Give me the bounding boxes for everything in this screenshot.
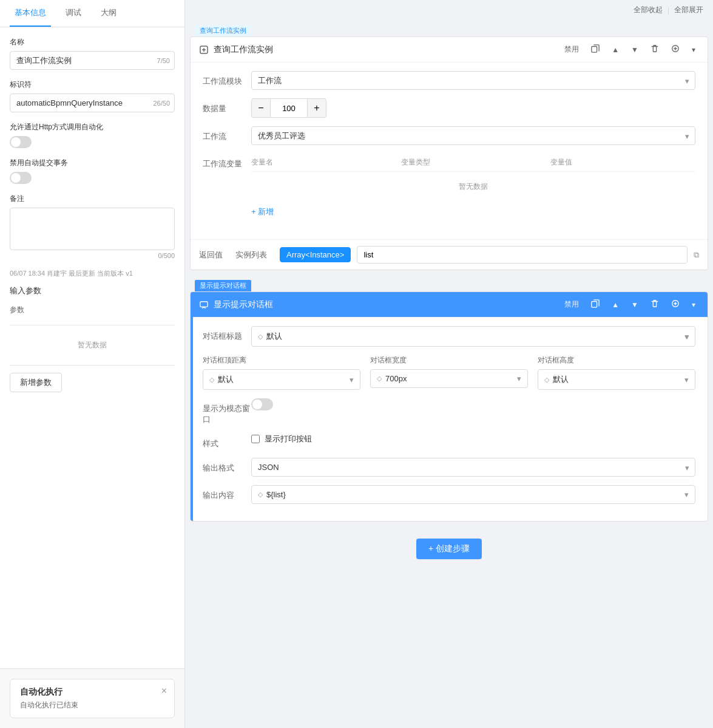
dialog-title-display: 默认 — [266, 331, 684, 342]
step-1-up-btn[interactable]: ▲ — [608, 44, 623, 55]
tab-outline[interactable]: 大纲 — [96, 0, 121, 27]
output-format-select[interactable]: JSON — [251, 458, 695, 477]
divider2 — [10, 365, 175, 366]
step-1-module-label: 工作流模块 — [203, 71, 251, 87]
output-content-value: ◇ ${list} ▾ — [251, 485, 695, 504]
return-copy-icon[interactable]: ⧉ — [694, 250, 699, 260]
return-value-input[interactable] — [357, 246, 688, 264]
http-group: 允许通过Http方式调用自动化 — [10, 122, 175, 148]
step-1-clone-btn[interactable] — [667, 43, 683, 56]
toast-close-button[interactable]: × — [161, 685, 167, 696]
dialog-title-value: ◇ 默认 ▾ — [251, 326, 695, 347]
output-format-value: JSON — [251, 458, 695, 477]
tab-basic-info[interactable]: 基本信息 — [10, 0, 51, 27]
dialog-height-input: ◇ 默认 ▾ — [538, 369, 695, 390]
dialog-title-row: 对话框标题 ◇ 默认 ▾ — [203, 326, 695, 347]
count-field[interactable] — [271, 98, 307, 118]
return-label: 返回值 — [199, 250, 223, 260]
step-2-name: 显示提示对话框 — [214, 299, 561, 310]
params-no-data: 暂无数据 — [10, 333, 175, 358]
name-input[interactable] — [10, 51, 175, 70]
modal-row: 显示为模态窗口 — [203, 398, 695, 425]
global-actions: 全部收起 | 全部展开 — [185, 0, 713, 20]
notes-input[interactable] — [10, 208, 175, 250]
step-1-disable-btn[interactable]: 禁用 — [561, 43, 583, 56]
left-content: 名称 7/50 标识符 26/50 允许通过Http方式调用自动化 — [0, 27, 184, 668]
output-format-select-wrapper: JSON — [251, 458, 695, 477]
step-1-vars-row: 工作流变量 变量名 变量类型 变量值 暂无数据 + 新增 — [203, 154, 695, 222]
step-2-body: 对话框标题 ◇ 默认 ▾ — [191, 318, 708, 521]
add-var-btn[interactable]: + 新增 — [251, 202, 274, 222]
svg-rect-1 — [592, 47, 597, 53]
height-expr-icon: ◇ — [544, 376, 549, 384]
step-2-copy-btn[interactable] — [587, 298, 603, 311]
dialog-width-label: 对话框宽度 — [370, 355, 528, 366]
step-2-clone-btn[interactable] — [667, 298, 683, 311]
step-1-workflow-select[interactable]: 优秀员工评选 — [251, 126, 695, 145]
id-counter: 26/50 — [153, 100, 170, 107]
step-2-down-btn[interactable]: ▼ — [627, 299, 642, 310]
modal-label: 显示为模态窗口 — [203, 398, 251, 425]
print-btn-checkbox[interactable] — [251, 435, 260, 443]
dialog-top-input: ◇ 默认 ▾ — [203, 369, 360, 390]
step-2-disable-btn[interactable]: 禁用 — [561, 298, 583, 311]
modal-toggle[interactable] — [251, 398, 273, 410]
var-col-name: 变量名 — [251, 157, 396, 168]
action-separator: | — [667, 6, 669, 15]
dialog-width-input: ◇ 700px ▾ — [370, 369, 528, 388]
modal-toggle-wrapper — [251, 398, 695, 410]
content-dropdown-arrow: ▾ — [684, 490, 689, 499]
step-1-copy-btn[interactable] — [587, 43, 603, 56]
http-toggle[interactable] — [10, 136, 32, 148]
output-content-input[interactable]: ◇ ${list} ▾ — [251, 485, 695, 504]
height-dropdown-arrow: ▾ — [684, 375, 689, 384]
auto-submit-group: 禁用自动提交事务 — [10, 158, 175, 184]
var-col-value: 变量值 — [550, 157, 695, 168]
auto-submit-toggle[interactable] — [10, 172, 32, 184]
var-col-type: 变量类型 — [401, 157, 546, 168]
print-btn-row: 显示打印按钮 — [251, 434, 695, 444]
step-2-block: 显示提示对话框 显示提示对话框 禁用 ▲ — [185, 275, 713, 522]
id-input[interactable] — [10, 94, 175, 112]
left-panel: 基本信息 调试 大纲 名称 7/50 标识符 26/50 — [0, 0, 185, 728]
style-value: 显示打印按钮 — [251, 434, 695, 444]
step-2-up-btn[interactable]: ▲ — [608, 299, 623, 310]
dialog-height-value: 默认 — [553, 374, 684, 385]
step-1-header: 查询工作流实例 禁用 ▲ ▼ ▾ — [191, 37, 708, 63]
expand-all-button[interactable]: 全部展开 — [674, 5, 703, 15]
step-1-count-label: 数据量 — [203, 98, 251, 114]
step-1-workflow-label: 工作流 — [203, 126, 251, 142]
step-1-down-btn[interactable]: ▼ — [627, 44, 642, 55]
add-param-button[interactable]: 新增参数 — [10, 373, 62, 392]
step-1-module-select[interactable]: 工作流 — [251, 71, 695, 90]
collapse-all-button[interactable]: 全部收起 — [634, 5, 663, 15]
output-content-label: 输出内容 — [203, 485, 251, 501]
step-1-more-btn[interactable]: ▾ — [688, 44, 699, 55]
step-2-header: 显示提示对话框 禁用 ▲ ▼ ▾ — [191, 292, 708, 318]
step-2-more-btn[interactable]: ▾ — [688, 299, 699, 310]
return-tab-list[interactable]: 实例列表 — [229, 247, 274, 264]
return-tab-array[interactable]: Array<Instance> — [280, 247, 351, 262]
step-1-delete-btn[interactable] — [647, 43, 663, 56]
svg-rect-3 — [200, 301, 208, 307]
dialog-top-group: 对话框顶距离 ◇ 默认 ▾ — [203, 355, 360, 390]
output-format-row: 输出格式 JSON — [203, 458, 695, 477]
create-step-button[interactable]: + 创建步骤 — [416, 539, 482, 559]
step-1-icon — [199, 45, 209, 55]
count-decrease-btn[interactable]: − — [251, 98, 271, 118]
step-1-module-row: 工作流模块 工作流 — [203, 71, 695, 90]
tab-debug[interactable]: 调试 — [61, 0, 86, 27]
step-1-tag: 查询工作流实例 — [195, 25, 251, 36]
auto-submit-label: 禁用自动提交事务 — [10, 158, 175, 168]
top-dropdown-arrow: ▾ — [350, 375, 354, 384]
name-counter: 7/50 — [157, 57, 170, 64]
meta-info: 06/07 18:34 肖建宇 最后更新 当前版本 v1 — [10, 269, 175, 278]
step-1-vars-value: 变量名 变量类型 变量值 暂无数据 + 新增 — [251, 154, 695, 222]
step-2-actions: 禁用 ▲ ▼ ▾ — [561, 298, 699, 311]
step-1-count-row: 数据量 − + — [203, 98, 695, 118]
toast-card: 自动化执行 自动化执行已结束 × — [10, 679, 175, 718]
step-2-delete-btn[interactable] — [647, 298, 663, 311]
count-increase-btn[interactable]: + — [307, 98, 326, 118]
dialog-top-value: 默认 — [218, 374, 350, 385]
output-content-display: ${list} — [266, 490, 684, 499]
